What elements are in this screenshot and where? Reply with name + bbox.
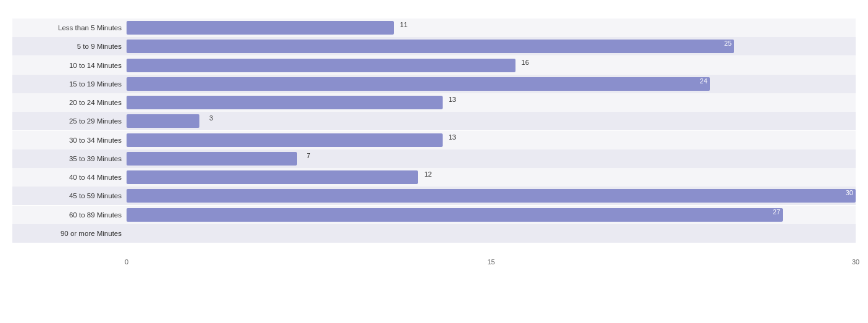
chart-container: Less than 5 Minutes115 to 9 Minutes2510 …: [0, 0, 868, 323]
bar-row: 45 to 59 Minutes30: [12, 187, 856, 205]
bar-fill: 7: [127, 152, 297, 166]
bar-track: 30: [127, 189, 856, 203]
bar-value-label: 24: [700, 77, 707, 85]
bar-row: 20 to 24 Minutes13: [12, 93, 856, 112]
bar-row: Less than 5 Minutes11: [12, 19, 856, 37]
bars-area: Less than 5 Minutes115 to 9 Minutes2510 …: [12, 19, 856, 258]
bar-value-label: 3: [209, 114, 213, 122]
bar-label: 45 to 59 Minutes: [12, 192, 127, 199]
bar-track: 7: [127, 152, 856, 166]
bar-label: Less than 5 Minutes: [12, 24, 127, 31]
bar-label: 30 to 34 Minutes: [12, 136, 127, 144]
bar-track: 11: [127, 21, 856, 35]
axis-track: 01530: [127, 258, 856, 274]
bar-track: 13: [127, 96, 856, 109]
axis-row: 01530: [12, 258, 856, 274]
bar-fill: 24: [127, 77, 710, 91]
bar-track: 24: [127, 77, 856, 91]
bar-track: [127, 227, 856, 240]
bar-fill: 16: [127, 59, 515, 72]
bar-label: 35 to 39 Minutes: [12, 155, 127, 162]
bar-label: 90 or more Minutes: [12, 230, 127, 237]
bar-fill: 13: [127, 96, 443, 109]
bar-row: 15 to 19 Minutes24: [12, 75, 856, 93]
bar-value-label: 30: [846, 189, 853, 196]
bar-value-label: 25: [724, 40, 732, 47]
bar-track: 25: [127, 40, 856, 53]
bar-row: 40 to 44 Minutes12: [12, 168, 856, 187]
chart-body: Less than 5 Minutes115 to 9 Minutes2510 …: [12, 19, 856, 274]
bar-track: 16: [127, 59, 856, 72]
bar-label: 25 to 29 Minutes: [12, 117, 127, 125]
bar-row: 10 to 14 Minutes16: [12, 56, 856, 75]
axis-label: 0: [125, 258, 128, 266]
bar-row: 90 or more Minutes: [12, 224, 856, 243]
bar-track: 12: [127, 170, 856, 184]
bar-row: 25 to 29 Minutes3: [12, 112, 856, 130]
bar-fill: 27: [127, 208, 783, 222]
bar-value-label: 7: [306, 152, 310, 159]
bar-value-label: 27: [773, 208, 780, 216]
bar-fill: 12: [127, 170, 418, 184]
bar-label: 20 to 24 Minutes: [12, 99, 127, 106]
bar-label: 5 to 9 Minutes: [12, 43, 127, 50]
bar-fill: 13: [127, 133, 443, 147]
bar-value-label: 13: [448, 133, 456, 141]
bar-fill: 25: [127, 40, 734, 53]
bar-track: 3: [127, 114, 856, 128]
bar-row: 30 to 34 Minutes13: [12, 131, 856, 149]
bar-fill: 30: [127, 189, 856, 203]
axis-label: 30: [852, 258, 859, 266]
bar-label: 10 to 14 Minutes: [12, 62, 127, 69]
bar-value-label: 16: [522, 59, 529, 66]
bar-row: 35 to 39 Minutes7: [12, 149, 856, 168]
bar-label: 15 to 19 Minutes: [12, 80, 127, 88]
bar-fill: 3: [127, 114, 199, 128]
bar-value-label: 11: [400, 21, 407, 28]
bar-fill: 11: [127, 21, 394, 35]
bar-value-label: 13: [448, 96, 456, 103]
bar-row: 60 to 89 Minutes27: [12, 206, 856, 224]
bar-row: 5 to 9 Minutes25: [12, 37, 856, 56]
bar-track: 13: [127, 133, 856, 147]
axis-label: 15: [487, 258, 495, 266]
bar-track: 27: [127, 208, 856, 222]
bar-label: 40 to 44 Minutes: [12, 174, 127, 181]
bar-label: 60 to 89 Minutes: [12, 211, 127, 219]
bar-value-label: 12: [424, 170, 432, 178]
